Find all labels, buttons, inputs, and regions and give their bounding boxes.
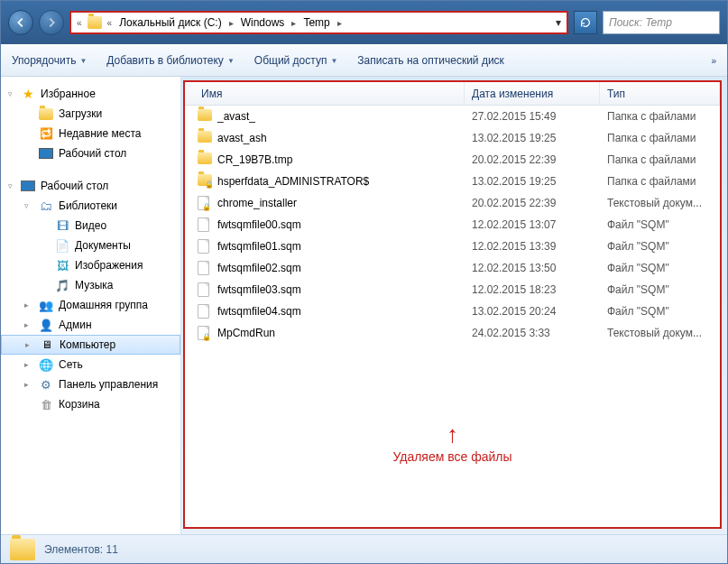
homegroup-icon: 👥: [39, 298, 53, 312]
add-to-library-button[interactable]: Добавить в библиотеку▼: [106, 54, 234, 67]
library-icon: 🗂: [39, 199, 53, 213]
chevron-down-icon: ▼: [227, 57, 235, 65]
file-date-cell: 13.02.2015 19:25: [465, 175, 600, 188]
file-date-cell: 12.02.2015 13:39: [465, 240, 600, 253]
search-input[interactable]: Поиск: Temp: [603, 11, 720, 34]
recycle-bin-icon: 🗑: [39, 397, 53, 411]
organize-button[interactable]: Упорядочить▼: [12, 54, 87, 67]
sidebar-admin[interactable]: ▸👤Админ: [1, 315, 180, 335]
sidebar-computer[interactable]: ▸🖥Компьютер: [1, 335, 180, 355]
expand-icon[interactable]: ▸: [25, 340, 34, 349]
sidebar-recent[interactable]: 🔁Недавние места: [1, 124, 180, 143]
refresh-button[interactable]: [574, 11, 597, 34]
breadcrumb-dropdown-icon[interactable]: ▾: [556, 16, 561, 29]
recent-icon: 🔁: [39, 126, 53, 141]
sidebar-control-panel[interactable]: ▸⚙Панель управления: [1, 374, 180, 394]
sidebar-recycle-bin[interactable]: 🗑Корзина: [1, 394, 180, 414]
burn-button[interactable]: Записать на оптический диск: [357, 54, 504, 67]
column-type[interactable]: Тип: [600, 82, 720, 105]
forward-button[interactable]: [39, 10, 64, 35]
status-text: Элементов: 11: [44, 543, 118, 556]
star-icon: ★: [21, 87, 35, 101]
file-name-cell: chrome_installer: [185, 196, 465, 210]
sidebar-desktop-fav[interactable]: Рабочий стол: [1, 143, 180, 163]
collapse-icon[interactable]: ▿: [8, 181, 17, 190]
file-row[interactable]: CR_19B7B.tmp20.02.2015 22:39Папка с файл…: [185, 149, 720, 171]
file-date-cell: 12.02.2015 18:23: [465, 283, 600, 296]
column-headers: Имя Дата изменения Тип: [185, 82, 720, 106]
file-name-cell: fwtsqmfile03.sqm: [185, 282, 465, 297]
column-date[interactable]: Дата изменения: [465, 82, 600, 105]
sidebar-video[interactable]: 🎞Видео: [1, 216, 180, 236]
chevron-icon: «: [107, 18, 113, 28]
expand-icon[interactable]: ▸: [24, 300, 33, 310]
file-locked-icon: [198, 326, 209, 340]
user-icon: 👤: [39, 318, 53, 332]
folder-locked-icon: [198, 174, 212, 186]
collapse-icon[interactable]: ▿: [24, 201, 33, 210]
share-button[interactable]: Общий доступ▼: [254, 54, 338, 67]
file-icon: [198, 217, 209, 232]
sidebar-homegroup[interactable]: ▸👥Домашняя группа: [1, 295, 180, 315]
file-name: fwtsqmfile02.sqm: [217, 262, 301, 274]
file-row[interactable]: fwtsqmfile04.sqm13.02.2015 20:24Файл "SQ…: [185, 300, 720, 322]
network-icon: 🌐: [39, 357, 53, 372]
file-type-cell: Файл "SQM": [600, 218, 720, 231]
image-icon: 🖼: [55, 258, 69, 273]
file-name-cell: CR_19B7B.tmp: [185, 153, 465, 167]
explorer-window: « « Локальный диск (C:) ▸ Windows ▸ Temp…: [0, 0, 728, 564]
column-name[interactable]: Имя: [185, 82, 465, 105]
sidebar-downloads[interactable]: Загрузки: [1, 104, 180, 124]
chevron-right-icon: ▸: [229, 18, 234, 28]
folder-icon: [10, 539, 35, 560]
file-name: avast_ash: [217, 132, 267, 144]
file-row[interactable]: fwtsqmfile01.sqm12.02.2015 13:39Файл "SQ…: [185, 236, 720, 257]
file-row[interactable]: chrome_installer20.02.2015 22:39Текстовы…: [185, 192, 720, 214]
history-chevron-icon[interactable]: «: [77, 18, 82, 28]
toolbar-overflow-icon[interactable]: »: [711, 56, 716, 66]
file-locked-icon: [198, 196, 209, 210]
file-date-cell: 13.02.2015 19:25: [465, 132, 600, 144]
sidebar-favorites[interactable]: ▿★Избранное: [1, 84, 180, 104]
file-row[interactable]: fwtsqmfile03.sqm12.02.2015 18:23Файл "SQ…: [185, 279, 720, 300]
file-name: fwtsqmfile04.sqm: [217, 305, 301, 318]
chevron-right-icon: ▸: [337, 18, 342, 28]
file-name-cell: _avast_: [185, 109, 465, 124]
sidebar-pictures[interactable]: 🖼Изображения: [1, 255, 180, 275]
breadcrumb-drive[interactable]: Локальный диск (C:): [117, 16, 224, 29]
arrow-left-icon: [14, 16, 27, 29]
file-row[interactable]: fwtsqmfile02.sqm12.02.2015 13:50Файл "SQ…: [185, 257, 720, 279]
sidebar-desktop[interactable]: ▿Рабочий стол: [1, 176, 180, 196]
file-name: CR_19B7B.tmp: [217, 153, 292, 166]
file-row[interactable]: avast_ash13.02.2015 19:25Папка с файлами: [185, 127, 720, 149]
refresh-icon: [579, 16, 592, 29]
file-row[interactable]: hsperfdata_ADMINISTRATOR$13.02.2015 19:2…: [185, 171, 720, 192]
command-toolbar: Упорядочить▼ Добавить в библиотеку▼ Общи…: [1, 44, 727, 77]
sidebar-music[interactable]: 🎵Музыка: [1, 275, 180, 295]
back-button[interactable]: [8, 10, 33, 35]
sidebar-network[interactable]: ▸🌐Сеть: [1, 355, 180, 374]
monitor-icon: [21, 179, 35, 193]
file-icon: [198, 239, 209, 254]
sidebar-libraries[interactable]: ▿🗂Библиотеки: [1, 196, 180, 216]
chevron-right-icon: ▸: [291, 18, 296, 28]
main-split: ▿★Избранное Загрузки 🔁Недавние места Раб…: [1, 77, 727, 534]
sidebar-documents[interactable]: 📄Документы: [1, 236, 180, 255]
folder-icon: [88, 16, 102, 29]
file-type-cell: Файл "SQM": [600, 283, 720, 296]
file-row[interactable]: MpCmdRun24.02.2015 3:33Текстовый докум..…: [185, 322, 720, 344]
expand-icon[interactable]: ▸: [24, 320, 33, 329]
file-row[interactable]: fwtsqmfile00.sqm12.02.2015 13:07Файл "SQ…: [185, 214, 720, 236]
file-date-cell: 20.02.2015 22:39: [465, 197, 600, 209]
breadcrumb-temp[interactable]: Temp: [301, 16, 331, 29]
file-icon: [198, 261, 209, 275]
expand-icon[interactable]: ▸: [24, 380, 33, 389]
expand-icon[interactable]: ▸: [24, 360, 33, 369]
breadcrumb-windows[interactable]: Windows: [239, 16, 287, 29]
breadcrumb-bar[interactable]: « « Локальный диск (C:) ▸ Windows ▸ Temp…: [69, 11, 568, 34]
status-bar: Элементов: 11: [1, 534, 727, 563]
computer-icon: 🖥: [40, 337, 54, 352]
file-row[interactable]: _avast_27.02.2015 15:49Папка с файлами: [185, 106, 720, 127]
file-type-cell: Файл "SQM": [600, 262, 720, 274]
collapse-icon[interactable]: ▿: [8, 89, 17, 98]
